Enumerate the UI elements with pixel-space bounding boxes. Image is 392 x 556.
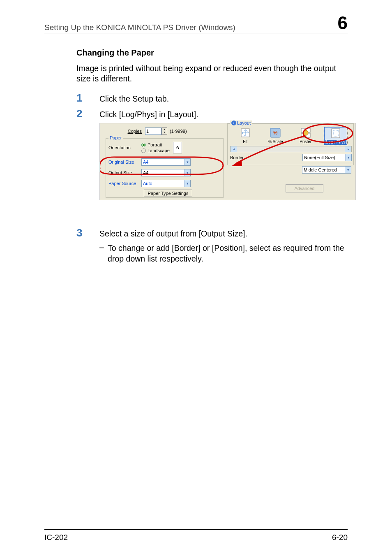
step-1-number: 1: [76, 92, 99, 103]
layout-scale-button[interactable]: % % Scale: [264, 127, 287, 145]
copies-input[interactable]: [145, 127, 161, 135]
border-value: None(Full Size): [304, 155, 335, 160]
bullet-dash: –: [99, 243, 108, 252]
original-size-value: A4: [143, 160, 148, 164]
layout-fit-button[interactable]: Fit: [234, 127, 257, 145]
paper-type-settings-button[interactable]: Paper Type Settings: [144, 190, 192, 197]
info-icon: i: [231, 120, 236, 125]
landscape-label: Landscape: [148, 148, 170, 153]
position-value: Middle Centered: [304, 167, 337, 172]
footer-left: IC-202: [44, 533, 68, 542]
svg-text:%: %: [273, 130, 278, 136]
step-2-number: 2: [76, 107, 99, 119]
portrait-label: Portrait: [148, 142, 162, 147]
section-intro: Image is printed without being expand or…: [76, 63, 348, 84]
paper-source-value: Auto: [143, 181, 152, 186]
radio-unselected-icon: [141, 148, 146, 153]
section-heading: Changing the Paper: [76, 48, 348, 58]
chevron-down-icon: ▾: [345, 154, 351, 161]
layout-scrollbar[interactable]: ◂ ▸: [230, 146, 352, 152]
copies-spinner[interactable]: ▲▼: [161, 127, 167, 135]
paper-group: Paper Orientation Portrait Landscape: [106, 138, 224, 198]
scroll-right-icon[interactable]: ▸: [345, 146, 351, 152]
layout-logphys-label: Log / Phys: [325, 140, 346, 144]
chevron-down-icon: ▾: [184, 169, 190, 176]
orientation-preview-icon: A: [173, 142, 182, 153]
step-3-text: Select a size of output from [Output Siz…: [99, 227, 247, 239]
landscape-radio[interactable]: Landscape: [141, 148, 170, 153]
layout-scale-label: % Scale: [268, 139, 283, 144]
layout-poster-label: Poster: [300, 139, 311, 144]
step-2: 2 Click [Log/Phys] in [Layout].: [76, 107, 348, 120]
position-combo[interactable]: Middle Centered ▾: [302, 166, 351, 174]
output-size-value: A4: [143, 170, 148, 175]
copies-label: Copies: [110, 129, 145, 134]
step-1: 1 Click the Setup tab.: [76, 92, 348, 104]
scroll-left-icon[interactable]: ◂: [231, 146, 237, 152]
layout-fit-label: Fit: [243, 139, 247, 144]
fit-icon: [239, 127, 252, 139]
advanced-button[interactable]: Advanced: [286, 184, 323, 192]
dialog-screenshot: Copies ▲▼ (1-9999) Paper Orientation Por…: [76, 123, 348, 200]
border-combo[interactable]: None(Full Size) ▾: [302, 154, 352, 161]
step-3: 3 Select a size of output from [Output S…: [76, 227, 348, 239]
layout-legend: i Layout: [230, 120, 252, 125]
original-size-combo[interactable]: A4 ▾: [141, 158, 191, 166]
output-size-label: Output Size: [108, 170, 141, 175]
paper-legend: Paper: [108, 135, 123, 140]
layout-poster-button[interactable]: Poster: [294, 127, 317, 145]
paper-source-label: Paper Source: [108, 181, 141, 186]
step-3-number: 3: [76, 227, 99, 238]
original-size-label: Original Size: [108, 160, 141, 164]
radio-selected-icon: [141, 143, 146, 147]
layout-logphys-button[interactable]: Log / Phys: [324, 127, 347, 145]
paper-source-combo[interactable]: Auto ▾: [141, 180, 191, 187]
chevron-down-icon: ▾: [345, 167, 351, 173]
layout-legend-text: Layout: [237, 120, 251, 125]
step-2-text: Click [Log/Phys] in [Layout].: [99, 107, 198, 120]
header-title: Setting Up the KONICA MINOLTA PS Driver …: [44, 23, 235, 32]
portrait-radio[interactable]: Portrait: [141, 142, 170, 147]
svg-rect-8: [332, 129, 340, 138]
chapter-number: 6: [338, 14, 348, 32]
percent-scale-icon: %: [269, 127, 282, 139]
step-1-text: Click the Setup tab.: [99, 92, 169, 104]
svg-point-7: [303, 130, 308, 135]
step-3-subitem: – To change or add [Border] or [Position…: [76, 243, 348, 264]
layout-group: i Layout Fit %: [227, 123, 354, 165]
output-size-combo[interactable]: A4 ▾: [141, 169, 191, 176]
footer-right: 6-20: [332, 533, 348, 542]
log-phys-icon: [329, 127, 342, 139]
step-3-subtext: To change or add [Border] or [Position],…: [108, 243, 348, 264]
copies-range: (1-9999): [170, 129, 187, 134]
orientation-label: Orientation: [108, 145, 141, 150]
chevron-down-icon: ▾: [184, 159, 190, 165]
border-label: Border: [230, 155, 244, 160]
poster-icon: [299, 127, 312, 139]
page-header: Setting Up the KONICA MINOLTA PS Driver …: [44, 14, 348, 33]
page-footer: IC-202 6-20: [44, 529, 348, 542]
chevron-down-icon: ▾: [184, 180, 190, 187]
